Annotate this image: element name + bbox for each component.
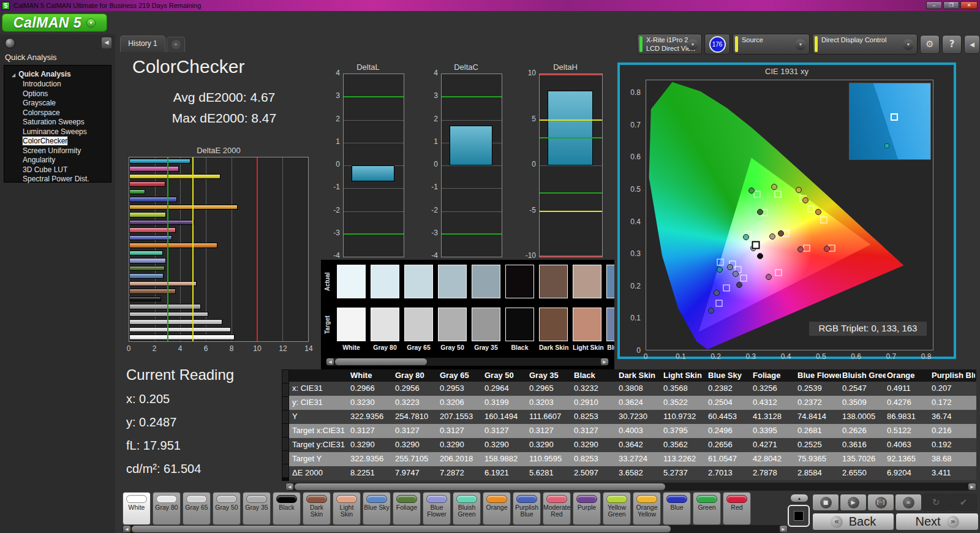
calman-logo[interactable]: CalMAN 5 ▼ — [2, 13, 107, 32]
scroll-thumb[interactable] — [295, 483, 665, 490]
patch-button-purplish-blue[interactable]: Purplish Blue — [513, 492, 541, 525]
help-icon[interactable]: ? — [942, 35, 962, 54]
tab-add-button[interactable]: + — [167, 37, 185, 52]
table-row[interactable]: Target x:CIE310.31270.31270.31270.31270.… — [289, 424, 976, 438]
sidebar-item-options[interactable]: Options — [4, 89, 111, 99]
scroll-thumb[interactable] — [335, 358, 427, 365]
cie-1931-panel[interactable]: CIE 1931 xy RGB Triplet: 0, 133, 163 00.… — [617, 62, 956, 359]
meter-dropdown[interactable]: X-Rite i1Pro 2 LCD Direct View ▼ — [637, 34, 702, 55]
table-row[interactable]: x: CIE310.29660.29560.29530.29640.29650.… — [289, 382, 976, 396]
play-button[interactable]: ▶ — [840, 494, 867, 511]
source-dropdown[interactable]: Source ▼ — [733, 34, 810, 55]
chevron-down-icon[interactable]: ▼ — [795, 39, 806, 50]
logo-dropdown-icon[interactable]: ▼ — [86, 18, 96, 28]
table-cell: 0.3203 — [528, 396, 573, 410]
patch-button-white[interactable]: White — [123, 492, 151, 525]
sidebar-collapse-icon[interactable]: ◀ — [102, 37, 111, 48]
deltae-bar-gray-50 — [129, 312, 208, 317]
sidebar-item-screen-uniformity[interactable]: Screen Uniformity — [4, 146, 111, 156]
table-row[interactable]: ΔE 20008.22517.97477.28726.19215.62812.5… — [289, 466, 976, 480]
back-button[interactable]: « Back — [812, 513, 894, 531]
sidebar-item-spectral-power-dist-[interactable]: Spectral Power Dist. — [4, 175, 111, 184]
scroll-right-icon[interactable]: ▶ — [780, 526, 787, 532]
close-button[interactable]: ✕ — [960, 1, 978, 9]
loop-button[interactable]: ∞ — [895, 494, 922, 511]
swatch-scrollbar[interactable]: ◀▶ — [326, 358, 609, 366]
target-swatch-blue-sky — [606, 308, 614, 341]
patch-button-orange[interactable]: Orange — [483, 492, 511, 525]
patch-button-yellow-green[interactable]: Yellow Green — [603, 492, 631, 525]
range-button[interactable]: [··] — [867, 494, 894, 511]
tree-expand-icon[interactable]: ◢ — [12, 72, 15, 78]
sidebar-item-luminance-sweeps[interactable]: Luminance Sweeps — [4, 127, 111, 137]
table-cell: 61.0547 — [707, 452, 752, 466]
patch-button-blue[interactable]: Blue — [663, 492, 691, 525]
table-cell: 6.9204 — [886, 466, 930, 480]
confirm-button[interactable]: ✔ — [950, 494, 977, 511]
refresh-button[interactable]: ↻ — [922, 494, 949, 511]
strip-expand-icon[interactable]: ▲ — [790, 494, 809, 502]
patch-button-gray-35[interactable]: Gray 35 — [243, 492, 271, 525]
patch-button-orange-yellow[interactable]: Orange Yellow — [633, 492, 661, 525]
patch-button-moderate-red[interactable]: Moderate Red — [543, 492, 571, 525]
patch-button-blue-flower[interactable]: Blue Flower — [423, 492, 451, 525]
gear-icon[interactable]: ⚙ — [920, 35, 940, 54]
patch-button-blue-sky[interactable]: Blue Sky — [363, 492, 391, 525]
sidebar-root[interactable]: ◢Quick Analysis — [4, 69, 111, 80]
minimize-button[interactable]: – — [926, 1, 942, 9]
swatch-name: Black — [505, 344, 534, 351]
sidebar-item-grayscale[interactable]: Grayscale — [4, 99, 111, 108]
table-row[interactable]: y: CIE310.32300.32230.32060.31990.32030.… — [289, 396, 976, 410]
chevron-down-icon[interactable]: ▼ — [903, 39, 914, 50]
table-row[interactable]: Target y:CIE310.32900.32900.32900.32900.… — [289, 438, 976, 452]
patch-button-bluish-green[interactable]: Bluish Green — [453, 492, 481, 525]
bottom-scrollbar[interactable]: ◀▶ — [123, 525, 788, 533]
column-header-gray-80: Gray 80 — [394, 369, 439, 382]
next-button[interactable]: Next » — [895, 513, 979, 531]
patch-button-black[interactable]: Black — [273, 492, 301, 525]
sidebar-item-colorchecker[interactable]: ColorChecker — [4, 137, 111, 146]
sidebar-item-colorspace[interactable]: Colorspace — [4, 108, 111, 118]
scroll-right-icon[interactable]: ▶ — [601, 358, 608, 365]
sidebar-item-3d-cube-lut[interactable]: 3D Cube LUT — [4, 165, 111, 175]
row-label: Target y:CIE31 — [289, 438, 349, 452]
sphere-button[interactable] — [5, 38, 15, 48]
patch-button-red[interactable]: Red — [723, 492, 751, 525]
table-row[interactable]: Target Y322.9356255.7105206.2018158.9882… — [289, 452, 976, 466]
patch-button-purple[interactable]: Purple — [573, 492, 601, 525]
scroll-left-icon[interactable]: ◀ — [286, 483, 293, 490]
patch-button-dark-skin[interactable]: Dark Skin — [303, 492, 331, 525]
patch-button-gray-80[interactable]: Gray 80 — [153, 492, 181, 525]
stop-button[interactable]: ■ — [812, 494, 839, 511]
sidebar-item-angularity[interactable]: Angularity — [4, 156, 111, 165]
tab-history-1[interactable]: History 1 — [120, 36, 165, 52]
patch-button-light-skin[interactable]: Light Skin — [333, 492, 361, 525]
maximize-button[interactable]: ❐ — [943, 1, 959, 9]
patch-button-foliage[interactable]: Foliage — [393, 492, 421, 525]
sidebar-item-introduction[interactable]: Introduction — [4, 80, 111, 89]
table-scrollbar[interactable]: ◀▶ — [285, 483, 976, 491]
reference-line — [540, 192, 602, 194]
x-tick-label: 0.1 — [676, 352, 686, 361]
table-row[interactable]: Y322.9356254.7810207.1553160.1494111.660… — [289, 410, 976, 424]
scroll-left-icon[interactable]: ◀ — [123, 526, 130, 532]
sidebar-item-saturation-sweeps[interactable]: Saturation Sweeps — [4, 118, 111, 127]
display-control-dropdown[interactable]: Direct Display Control ▼ — [812, 34, 918, 55]
target-swatch-dark-skin — [539, 308, 568, 341]
panel-collapse-icon[interactable]: ◀ — [964, 35, 980, 54]
scroll-left-icon[interactable]: ◀ — [326, 358, 334, 365]
patch-window-button[interactable] — [788, 505, 810, 527]
deltac-chart-title: DeltaC — [426, 62, 506, 72]
refresh-icon: ↻ — [930, 497, 942, 508]
patch-button-green[interactable]: Green — [693, 492, 721, 525]
chevron-down-icon[interactable]: ▼ — [687, 39, 698, 50]
table-cell: 0.2964 — [483, 382, 528, 396]
patch-button-gray-65[interactable]: Gray 65 — [183, 492, 211, 525]
scroll-thumb[interactable] — [132, 526, 671, 532]
measurement-table[interactable]: WhiteGray 80Gray 65Gray 50Gray 35BlackDa… — [289, 369, 976, 481]
patch-button-label: Gray 65 — [183, 504, 210, 511]
scroll-right-icon[interactable]: ▶ — [968, 483, 976, 490]
patch-button-gray-50[interactable]: Gray 50 — [213, 492, 241, 525]
title-bar[interactable]: 5 CalMAN 5 CalMAN Ultimate for Business … — [0, 0, 980, 11]
target-swatch-white — [337, 308, 366, 341]
